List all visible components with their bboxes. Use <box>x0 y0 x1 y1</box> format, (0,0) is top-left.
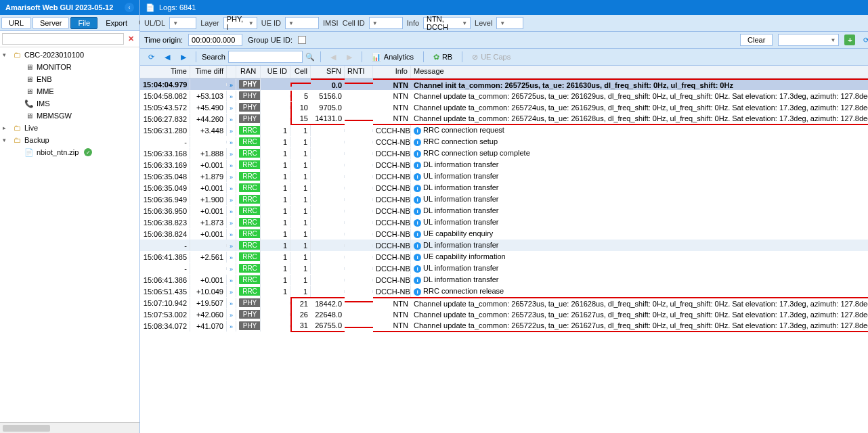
col-time[interactable]: Time <box>140 66 190 78</box>
cell-info: DCCH-NB <box>373 217 411 228</box>
log-row[interactable]: 15:06:38.823+1.873»RRC11DCCH-NBiUL infor… <box>140 216 868 228</box>
binoculars-icon[interactable]: 🔍 <box>305 53 315 62</box>
search-prev-icon[interactable]: ◀ <box>326 51 340 63</box>
log-row[interactable]: 15:08:34.072+41.070»PHY3126755.0NTNChann… <box>140 320 868 332</box>
ran-badge: PHY <box>239 103 261 112</box>
tree-node-nbiot[interactable]: 📄 nbiot_ntn.zip ✓ <box>0 146 139 158</box>
tree-node-ims[interactable]: 📞 IMS <box>0 97 139 110</box>
col-info[interactable]: Info <box>373 66 411 78</box>
action-bar: ⟳ ◀ ▶ Search 🔍 ◀ ▶ 📊Analytics ✿RB ⊘UE Ca… <box>140 49 868 66</box>
cell-rnti <box>345 279 373 281</box>
tab-url[interactable]: URL <box>1 17 31 29</box>
time-origin-input[interactable] <box>188 34 242 46</box>
cell-ueid: 1 <box>261 229 290 240</box>
nav-forward-icon[interactable]: ▶ <box>177 51 190 63</box>
col-cell[interactable]: Cell <box>290 66 311 78</box>
collapse-sidebar-button[interactable]: ‹ <box>125 3 134 12</box>
log-row[interactable]: 15:06:35.049+0.001»RRC11DCCH-NBiDL infor… <box>140 182 868 193</box>
chevron-down-icon: ▼ <box>830 37 836 43</box>
info-icon: i <box>414 173 421 181</box>
cell-message: iUL information transfer <box>411 216 868 228</box>
log-row[interactable]: 15:06:41.385+2.561»RRC11DCCH-NBiUE capab… <box>140 251 868 263</box>
tab-logs[interactable]: Logs: 6841 <box>159 3 196 12</box>
tree-node-mme[interactable]: 🖥 MME <box>0 85 139 97</box>
chevron-right-icon[interactable]: ▸ <box>3 124 9 131</box>
tree-node-live[interactable]: ▸ 🗀 Live <box>0 122 139 134</box>
ran-badge: RRC <box>239 275 261 284</box>
sidebar-search-input[interactable] <box>2 33 124 45</box>
scrollbar-thumb[interactable] <box>3 425 50 432</box>
cell-ran: RRC <box>236 251 261 263</box>
cell-ueid: 1 <box>261 275 290 286</box>
col-rnti[interactable]: RNTI <box>345 66 373 78</box>
log-row[interactable]: 15:06:27.832+44.260»PHY1514131.0NTNChann… <box>140 113 868 124</box>
filter-layer-select[interactable]: PHY, l▼ <box>223 17 257 29</box>
log-row[interactable]: 15:06:33.168+1.888»RRC11DCCH-NBiRRC conn… <box>140 147 868 159</box>
tree-node-monitor[interactable]: 🖥 MONITOR <box>0 61 139 73</box>
log-row[interactable]: 15:06:35.048+1.879»RRC11DCCH-NBiUL infor… <box>140 170 868 182</box>
filter-ueid-select[interactable]: ▼ <box>285 17 319 29</box>
col-ueid[interactable]: UE ID <box>261 66 290 78</box>
log-row[interactable]: 15:06:31.280+3.448»RRC11CCCH-NBiRRC conn… <box>140 124 868 136</box>
tab-server[interactable]: Server <box>32 17 69 29</box>
filter-layer-label: Layer <box>200 19 219 27</box>
cell-sfn <box>311 198 345 201</box>
col-sfn[interactable]: SFN <box>311 66 345 78</box>
log-row[interactable]: 15:06:51.435+10.049»RRC11DCCH-NBiRRC con… <box>140 286 868 297</box>
filter-cellid-select[interactable]: ▼ <box>369 17 403 29</box>
filter-level-select[interactable]: ▼ <box>496 17 523 29</box>
clear-button[interactable]: Clear <box>740 34 773 46</box>
clear-search-icon[interactable]: ✕ <box>124 33 137 45</box>
log-row[interactable]: 15:07:53.002+42.060»PHY2622648.0NTNChann… <box>140 309 868 320</box>
chevron-down-icon[interactable]: ▾ <box>3 137 9 143</box>
cell-info: NTN <box>373 320 411 332</box>
uecaps-button[interactable]: ⊘UE Caps <box>468 51 515 63</box>
cell-time: 15:05:43.572 <box>140 102 190 113</box>
log-row[interactable]: 15:06:38.824+0.001»RRC11DCCH-NBiUE capab… <box>140 228 868 240</box>
log-row[interactable]: 15:04:58.082+53.103»PHY55156.0NTNChannel… <box>140 90 868 101</box>
tree-node-cbc[interactable]: ▾ 🗀 CBC-2023010100 <box>0 49 139 61</box>
col-timediff[interactable]: Time diff <box>190 66 227 78</box>
log-row[interactable]: 15:06:33.169+0.001»RRC11DCCH-NBiDL infor… <box>140 159 868 170</box>
cell-sfn <box>311 279 345 281</box>
log-row[interactable]: -»RRC11DCCH-NBiUL information transfer <box>140 263 868 274</box>
log-row[interactable]: 15:06:36.950+0.001»RRC11DCCH-NBiDL infor… <box>140 205 868 216</box>
filter-combo[interactable]: ▼ <box>778 34 839 46</box>
add-button[interactable]: + <box>844 35 855 45</box>
filter-uldl-select[interactable]: ▼ <box>169 17 196 29</box>
log-row[interactable]: -»RRC11CCCH-NBiRRC connection setup <box>140 136 868 147</box>
group-ueid-checkbox[interactable] <box>298 36 306 44</box>
sidebar-scrollbar[interactable] <box>0 422 139 433</box>
cell-info: CCCH-NB <box>373 137 411 147</box>
arrow-icon: » <box>230 323 233 330</box>
tree-node-enb[interactable]: 🖥 ENB <box>0 73 139 85</box>
log-row[interactable]: -»RRC11DCCH-NBiDL information transfer <box>140 240 868 251</box>
col-message[interactable]: Message <box>411 66 868 78</box>
rb-button[interactable]: ✿RB <box>429 51 456 63</box>
search-next-icon[interactable]: ▶ <box>343 51 356 63</box>
analytics-button[interactable]: 📊Analytics <box>368 51 418 63</box>
cell-ueid: 1 <box>261 194 290 205</box>
log-row[interactable]: 15:05:43.572+45.490»PHY109705.0NTNChanne… <box>140 101 868 113</box>
grid-body[interactable]: 15:04:04.979»PHY0.0NTNChannel init ta_co… <box>140 78 868 433</box>
refresh-icon[interactable]: ⟳ <box>861 35 868 45</box>
tab-file[interactable]: File <box>70 17 97 29</box>
filter-info-select[interactable]: NTN, DCCH▼ <box>423 17 471 29</box>
arrow-icon: » <box>230 185 233 192</box>
log-row[interactable]: 15:04:04.979»PHY0.0NTNChannel init ta_co… <box>140 78 868 90</box>
log-row[interactable]: 15:06:36.949+1.900»RRC11DCCH-NBiUL infor… <box>140 193 868 205</box>
cell-info: DCCH-NB <box>373 206 411 216</box>
tree-node-mbmsgw[interactable]: 🖥 MBMSGW <box>0 110 139 122</box>
tree-node-backup[interactable]: ▾ 🗀 Backup <box>0 134 139 146</box>
nav-back-icon[interactable]: ◀ <box>160 51 174 63</box>
log-search-input[interactable] <box>228 51 303 63</box>
log-row[interactable]: 15:06:41.386+0.001»RRC11DCCH-NBiDL infor… <box>140 274 868 286</box>
col-dir[interactable] <box>227 66 236 78</box>
export-button[interactable]: Export <box>99 18 134 28</box>
filter-level-label: Level <box>475 19 492 27</box>
arrow-icon: » <box>230 277 233 284</box>
log-row[interactable]: 15:07:10.942+19.507»PHY2118442.0NTNChann… <box>140 297 868 309</box>
col-ran[interactable]: RAN <box>236 66 261 78</box>
chevron-down-icon[interactable]: ▾ <box>3 51 9 58</box>
reload-icon[interactable]: ⟳ <box>144 51 158 63</box>
